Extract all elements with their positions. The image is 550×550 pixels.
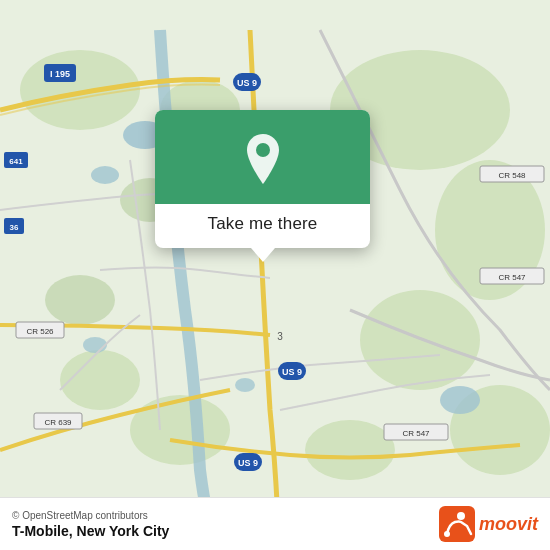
svg-point-12: [45, 275, 115, 325]
svg-text:US 9: US 9: [282, 367, 302, 377]
svg-text:CR 547: CR 547: [498, 273, 526, 282]
svg-point-9: [305, 420, 395, 480]
svg-point-41: [256, 143, 270, 157]
bottom-left-info: © OpenStreetMap contributors T-Mobile, N…: [12, 510, 169, 539]
popup-label-section[interactable]: Take me there: [155, 204, 370, 248]
svg-text:3: 3: [277, 331, 283, 342]
moovit-logo: moovit: [439, 506, 538, 542]
svg-text:CR 639: CR 639: [44, 418, 72, 427]
svg-text:641: 641: [9, 157, 23, 166]
map-pin-icon: [241, 132, 285, 186]
svg-text:CR 526: CR 526: [26, 327, 54, 336]
svg-text:US 9: US 9: [238, 458, 258, 468]
moovit-icon: [439, 506, 475, 542]
svg-text:US 9: US 9: [237, 78, 257, 88]
map-container: I 195 US 9 641 36 CR 548 CR 547 CR 526 C…: [0, 0, 550, 550]
location-title: T-Mobile, New York City: [12, 523, 169, 539]
svg-point-16: [83, 337, 107, 353]
svg-point-14: [91, 166, 119, 184]
moovit-text: moovit: [479, 514, 538, 535]
svg-point-44: [444, 531, 450, 537]
osm-attribution: © OpenStreetMap contributors: [12, 510, 169, 521]
svg-text:36: 36: [10, 223, 19, 232]
svg-point-43: [457, 512, 465, 520]
svg-point-7: [60, 350, 140, 410]
svg-point-15: [440, 386, 480, 414]
svg-rect-42: [439, 506, 475, 542]
bottom-bar: © OpenStreetMap contributors T-Mobile, N…: [0, 497, 550, 550]
popup-header: [155, 110, 370, 204]
svg-point-17: [235, 378, 255, 392]
svg-point-1: [20, 50, 140, 130]
svg-text:CR 548: CR 548: [498, 171, 526, 180]
svg-text:CR 547: CR 547: [402, 429, 430, 438]
svg-text:I 195: I 195: [50, 69, 70, 79]
take-me-there-button[interactable]: Take me there: [208, 214, 318, 234]
map-background: I 195 US 9 641 36 CR 548 CR 547 CR 526 C…: [0, 0, 550, 550]
svg-point-8: [130, 395, 230, 465]
location-popup: Take me there: [155, 110, 370, 248]
